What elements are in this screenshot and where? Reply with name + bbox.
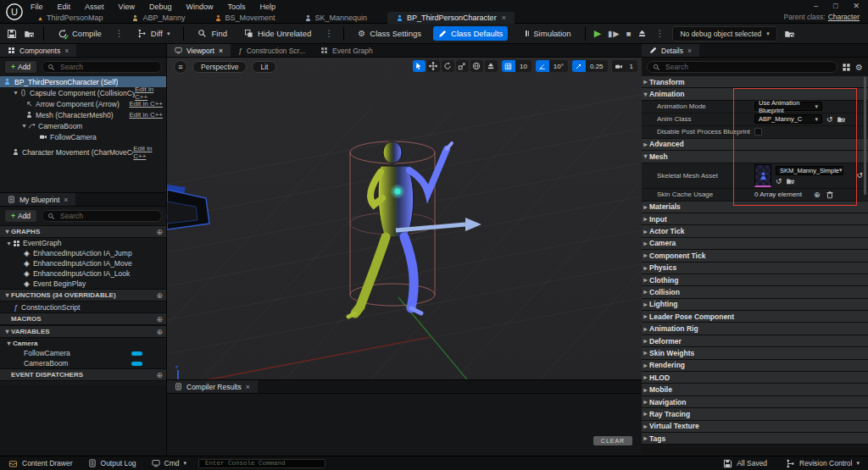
asset-tab-bs-movement[interactable]: BS_Movement (206, 12, 284, 24)
menu-view[interactable]: View (119, 3, 135, 11)
close-icon[interactable]: × (64, 196, 68, 204)
all-saved-indicator[interactable]: All Saved (720, 459, 771, 468)
menu-tools[interactable]: Tools (227, 3, 245, 11)
class-defaults-button[interactable]: Class Defaults (433, 26, 508, 41)
browse-to-asset-icon[interactable] (786, 177, 795, 185)
details-category-row[interactable]: ▸Input (642, 213, 868, 225)
details-category-row[interactable]: ▸Collision (642, 286, 868, 298)
menu-help[interactable]: Help (259, 3, 275, 11)
asset-tab-sk-mannequin[interactable]: SK_Mannequin (296, 12, 376, 24)
tab-compiler-results[interactable]: Compiler Results × (167, 380, 258, 393)
menu-asset[interactable]: Asset (85, 3, 104, 11)
skeletal-mesh-dropdown[interactable]: SKM_Manny_Simple ▾ (776, 166, 843, 175)
component-row-capsule[interactable]: ▾ Capsule Component (CollisionCylinder) … (0, 87, 166, 98)
animation-mode-dropdown[interactable]: Use Animation Blueprint ▾ (754, 102, 822, 111)
class-settings-button[interactable]: ⚙ Class Settings (353, 26, 426, 41)
grid-snap-control[interactable]: 10 (502, 60, 531, 72)
details-category-row[interactable]: ▸Ray Tracing (642, 408, 868, 420)
edit-in-cpp-link[interactable]: Edit in C++ (129, 100, 163, 108)
variable-type-pill[interactable] (131, 351, 142, 356)
details-category-row[interactable]: ▸Deformer (642, 335, 868, 347)
scale-tool-button[interactable] (456, 60, 469, 72)
perspective-dropdown[interactable]: Perspective (192, 61, 247, 73)
rotation-snap-control[interactable]: 10° (536, 60, 568, 72)
console-command-input[interactable] (203, 459, 320, 467)
disable-post-process-checkbox[interactable] (754, 128, 762, 135)
camera-frustum[interactable] (167, 185, 209, 229)
details-category-materials[interactable]: ▸ Materials (642, 202, 868, 213)
component-row-arrow[interactable]: Arrow Component (Arrow) Edit in C++ (0, 98, 166, 109)
lit-dropdown[interactable]: Lit (252, 61, 276, 73)
world-local-toggle-button[interactable] (470, 60, 483, 72)
details-category-animation[interactable]: ▾ Animation (642, 88, 868, 100)
macros-section-header[interactable]: MACROS ⊕ (0, 312, 166, 325)
event-dispatchers-section-header[interactable]: EVENT DISPATCHERS ⊕ (0, 368, 166, 381)
content-drawer-button[interactable]: Content Drawer (5, 459, 76, 468)
asset-tab-bp-thirdpersoncharacter[interactable]: BP_ThirdPersonCharacter × (387, 12, 515, 24)
component-row-cameraboom[interactable]: ▾ CameraBoom (0, 120, 166, 131)
variable-row-followcamera[interactable]: FollowCamera (0, 348, 166, 358)
3d-viewport[interactable]: z x y (167, 58, 642, 379)
use-selected-asset-icon[interactable]: ↺ (776, 177, 782, 185)
details-category-row[interactable]: ▸Navigation (642, 396, 868, 408)
find-button[interactable]: Find (192, 26, 231, 41)
details-scrollbar[interactable] (864, 76, 866, 195)
construction-script-row[interactable]: ƒ ConstructionScript (0, 301, 166, 312)
edit-in-cpp-link[interactable]: Edit in C++ (129, 111, 163, 119)
eject-button[interactable] (637, 29, 647, 38)
compile-button[interactable]: ✓ Compile (53, 25, 107, 41)
event-row-ia-move[interactable]: ◈ EnhancedInputAction IA_Move (0, 258, 166, 268)
display-filter-icon[interactable] (842, 63, 851, 72)
compile-options-kebab-icon[interactable]: ⋮ (114, 29, 125, 38)
anim-class-dropdown[interactable]: ABP_Manny_C ▾ (754, 114, 822, 124)
browse-to-asset-icon[interactable] (837, 115, 846, 124)
debug-object-dropdown[interactable]: No debug object selected ▾ (672, 26, 776, 41)
details-category-row[interactable]: ▸Leader Pose Component (642, 311, 868, 323)
parent-class-link[interactable]: Character (828, 13, 860, 21)
component-row-followcamera[interactable]: FollowCamera (0, 131, 166, 142)
component-row-charmove[interactable]: Character Movement (CharMoveComp) Edit i… (0, 147, 166, 158)
edit-in-cpp-link[interactable]: Edit in C++ (133, 145, 163, 160)
tab-construction-script[interactable]: ƒ Construction Scr... (231, 44, 313, 57)
menu-debug[interactable]: Debug (149, 3, 172, 11)
variables-section-header[interactable]: ▾ VARIABLES ⊕ (0, 325, 166, 338)
add-component-button[interactable]: + Add (4, 60, 37, 74)
simulation-button[interactable]: Simulation (515, 26, 576, 41)
add-blueprint-item-button[interactable]: + Add (4, 209, 37, 223)
add-variable-icon[interactable]: ⊕ (156, 328, 163, 336)
menu-file[interactable]: File (31, 3, 43, 11)
caret-down-icon[interactable]: ▾ (20, 122, 28, 130)
details-category-transform[interactable]: ▸ Transform (642, 76, 868, 88)
event-row-ia-look[interactable]: ◈ EnhancedInputAction IA_Look (0, 268, 166, 279)
details-category-row[interactable]: ▸Tags (642, 433, 868, 445)
rotate-tool-button[interactable] (442, 60, 454, 72)
details-category-advanced[interactable]: ▸ Advanced (642, 139, 868, 151)
details-category-row[interactable]: ▸Virtual Texture (642, 421, 868, 433)
scale-snap-control[interactable]: 0.25 (572, 60, 608, 72)
gear-icon[interactable]: ⚙ (855, 63, 863, 72)
camera-speed-control[interactable]: 1 (612, 60, 637, 72)
window-minimize-button[interactable]: – (814, 2, 818, 10)
window-close-button[interactable]: ✕ (853, 2, 860, 10)
add-macro-icon[interactable]: ⊕ (156, 315, 163, 323)
hide-unrelated-options-kebab-icon[interactable]: ⋮ (323, 29, 335, 38)
viewport-menu-icon[interactable]: ≡ (174, 60, 187, 74)
add-graph-icon[interactable]: ⊕ (156, 228, 163, 236)
play-options-kebab-icon[interactable]: ⋮ (654, 29, 665, 38)
details-category-row[interactable]: ▸Lighting (642, 299, 868, 311)
details-category-row[interactable]: ▸Clothing (642, 274, 868, 286)
variable-row-cameraboom[interactable]: CameraBoom (0, 358, 166, 368)
variable-category-camera[interactable]: ▾ Camera (0, 338, 166, 348)
eventgraph-row[interactable]: ▾ EventGraph (0, 238, 166, 248)
details-category-row[interactable]: ▸Mobile (642, 384, 868, 395)
move-tool-button[interactable] (427, 60, 440, 72)
graphs-section-header[interactable]: ▾ GRAPHS ⊕ (0, 225, 166, 238)
details-search-input[interactable] (664, 62, 832, 72)
select-tool-button[interactable] (413, 60, 426, 72)
details-category-row[interactable]: ▸Component Tick (642, 250, 868, 262)
my-blueprint-search-input[interactable] (58, 211, 156, 221)
surface-snap-button[interactable] (485, 60, 498, 72)
asset-tab-thirdpersonmap[interactable]: ▲ ThirdPersonMap (29, 12, 111, 24)
use-selected-asset-icon[interactable]: ↺ (826, 115, 833, 124)
details-category-row[interactable]: ▸Skin Weights (642, 347, 868, 359)
